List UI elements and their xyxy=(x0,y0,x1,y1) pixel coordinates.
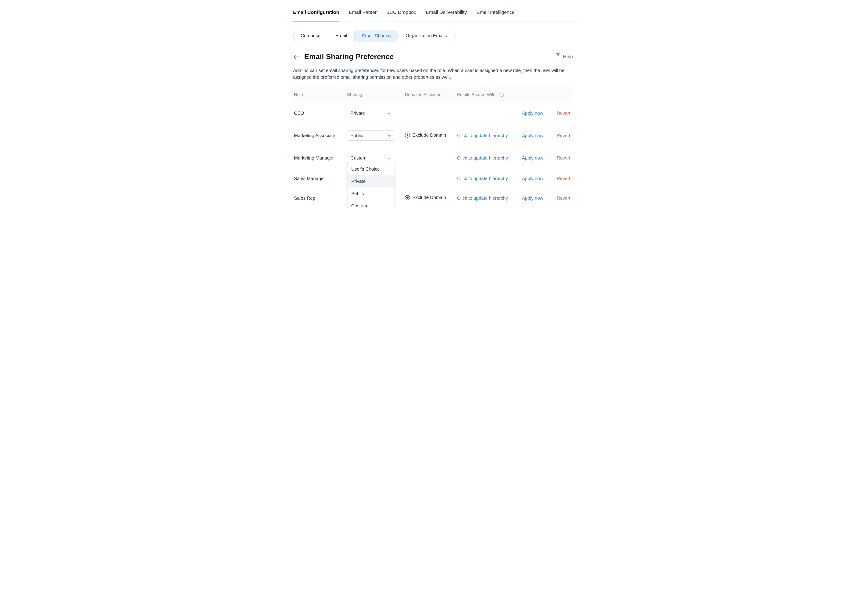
column-header-emails-shared-with: Emails Shared With xyxy=(457,87,522,102)
chevron-down-icon xyxy=(388,132,391,139)
tab-bcc-dropbox[interactable]: BCC Dropbox xyxy=(386,9,416,21)
chevron-down-icon xyxy=(388,110,391,116)
sharing-select[interactable]: Private xyxy=(347,108,394,118)
secondary-pill-tabs: Compose Email Email Sharing Organization… xyxy=(293,30,454,42)
role-cell: Sales Manager xyxy=(293,169,347,188)
apply-now-link[interactable]: Apply now xyxy=(522,196,543,201)
dropdown-option-public[interactable]: Public xyxy=(347,187,394,200)
tab-email-intelligence[interactable]: Email Intelligence xyxy=(476,9,515,21)
help-icon xyxy=(555,53,561,60)
exclude-domain-label: Exclude Domain xyxy=(412,194,446,201)
pill-tab-compose[interactable]: Compose xyxy=(294,30,328,42)
dropdown-option-custom[interactable]: Custom xyxy=(347,200,394,208)
update-hierarchy-link[interactable]: Click to update hierarchy xyxy=(457,133,508,138)
table-row: Marketing Associate Public xyxy=(293,124,573,147)
sharing-select[interactable]: Public xyxy=(347,130,394,141)
role-cell: Marketing Manager xyxy=(293,147,347,169)
update-hierarchy-link[interactable]: Click to update hierarchy xyxy=(457,176,508,181)
role-cell: CEO xyxy=(293,102,347,124)
svg-point-5 xyxy=(502,94,502,94)
revert-link[interactable]: Revert xyxy=(556,156,570,160)
tab-email-configuration[interactable]: Email Configuration xyxy=(293,9,339,21)
pill-tab-email-sharing[interactable]: Email Sharing xyxy=(354,30,399,42)
apply-now-link[interactable]: Apply now xyxy=(522,156,543,160)
update-hierarchy-link[interactable]: Click to update hierarchy xyxy=(457,196,508,201)
chevron-down-icon xyxy=(388,155,391,161)
svg-point-2 xyxy=(558,57,558,57)
pill-tab-email[interactable]: Email xyxy=(328,30,355,42)
table-row: CEO Private Apply now Revert xyxy=(293,102,573,124)
pill-tab-organization-emails[interactable]: Organization Emails xyxy=(398,30,454,42)
svg-marker-11 xyxy=(388,158,391,160)
table-row: Marketing Manager Custom User's Choice P… xyxy=(293,147,573,169)
sharing-dropdown: User's Choice Private Public Custom xyxy=(347,163,395,208)
plus-circle-icon xyxy=(405,132,410,138)
column-header-role: Role xyxy=(293,87,347,102)
revert-link[interactable]: Revert xyxy=(556,196,570,201)
svg-marker-7 xyxy=(388,135,391,137)
tab-email-deliverability[interactable]: Email Deliverability xyxy=(426,9,467,21)
apply-now-link[interactable]: Apply now xyxy=(522,111,543,116)
sharing-select-value: Private xyxy=(350,110,365,116)
column-header-sharing: Sharing xyxy=(347,87,405,102)
plus-circle-icon xyxy=(405,195,410,200)
back-arrow-icon[interactable] xyxy=(293,53,300,60)
svg-marker-6 xyxy=(388,113,391,115)
column-header-domains-excluded: Domains Excluded xyxy=(405,87,457,102)
help-label: Help xyxy=(563,53,573,60)
dropdown-option-users-choice[interactable]: User's Choice xyxy=(347,163,394,175)
revert-link[interactable]: Revert xyxy=(556,133,570,138)
update-hierarchy-link[interactable]: Click to update hierarchy xyxy=(457,156,508,160)
sharing-select-value: Custom xyxy=(350,155,366,161)
sharing-select[interactable]: Custom User's Choice Private Public Cust… xyxy=(347,153,394,163)
exclude-domain-link[interactable]: Exclude Domain xyxy=(405,132,446,138)
tab-email-parser[interactable]: Email Parser xyxy=(349,9,377,21)
sharing-preference-table: Role Sharing Domains Excluded Emails Sha… xyxy=(293,87,573,208)
info-icon[interactable] xyxy=(500,93,504,97)
page-title: Email Sharing Preference xyxy=(304,51,394,62)
primary-tabs: Email Configuration Email Parser BCC Dro… xyxy=(283,0,583,22)
apply-now-link[interactable]: Apply now xyxy=(522,133,543,138)
exclude-domain-label: Exclude Domain xyxy=(412,132,446,138)
role-cell: Marketing Associate xyxy=(293,124,347,147)
revert-link[interactable]: Revert xyxy=(556,111,570,116)
role-cell: Sales Rep xyxy=(293,188,347,208)
page-description: Admins can set email sharing preferences… xyxy=(293,67,570,80)
table-row: Sales Manager Click to update hierarchy … xyxy=(293,169,573,188)
revert-link[interactable]: Revert xyxy=(556,176,570,181)
exclude-domain-link[interactable]: Exclude Domain xyxy=(405,194,446,201)
sharing-select-value: Public xyxy=(350,132,363,139)
dropdown-option-private[interactable]: Private xyxy=(347,175,394,187)
help-link[interactable]: Help xyxy=(555,53,573,60)
apply-now-link[interactable]: Apply now xyxy=(522,176,543,181)
table-row: Sales Rep Exclude Domain Click to xyxy=(293,188,573,208)
